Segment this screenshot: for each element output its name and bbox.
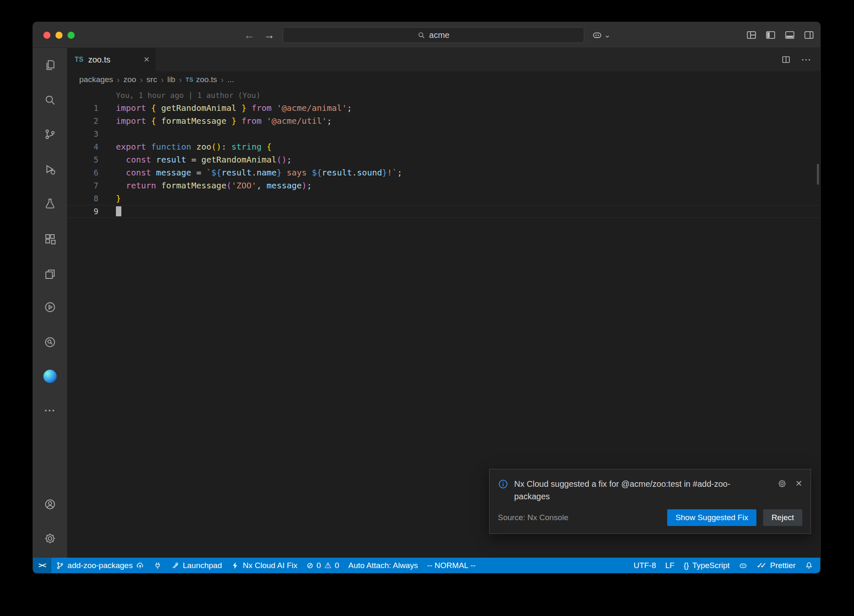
toggle-primary-sidebar-icon[interactable] [765,30,776,40]
bolt-icon [231,561,239,570]
more-actions-icon[interactable]: ⋯ [801,54,811,65]
command-center-search[interactable]: acme [283,27,584,43]
code-line[interactable]: 7 return formatMessage('ZOO', message); [67,179,820,192]
reject-button[interactable]: Reject [763,509,802,526]
language-label: TypeScript [692,561,730,570]
line-number[interactable]: 8 [67,192,98,205]
title-bar: ← → acme ⌄ [33,22,820,48]
activity-bar: ··· [33,48,67,558]
launchpad-label: Launchpad [183,561,222,570]
toggle-panel-icon[interactable] [784,30,795,40]
language-mode-indicator[interactable]: {} TypeScript [679,558,734,573]
nx-cloud-fix-button[interactable]: Nx Cloud AI Fix [226,558,302,573]
editor-cursor [116,206,121,216]
breadcrumb-item[interactable]: zoo [123,75,136,84]
explorer-icon[interactable] [43,58,58,73]
search-icon [417,31,425,39]
code-line[interactable]: 6 const message = `${result.name} says $… [67,166,820,179]
bell-icon [805,561,813,570]
breadcrumb-more[interactable]: ... [227,75,234,84]
code-line[interactable]: 8} [67,192,820,205]
code-line[interactable]: 5 const result = getRandomAnimal(); [67,153,820,166]
run-debug-icon[interactable] [43,162,58,177]
code-content [116,205,121,218]
typescript-file-icon: TS [75,56,83,63]
auto-attach-indicator[interactable]: Auto Attach: Always [344,558,422,573]
line-number[interactable]: 3 [67,128,98,140]
breadcrumb-item[interactable]: lib [167,75,175,84]
code-line[interactable]: 4export function zoo(): string { [67,140,820,153]
launchpad-button[interactable]: Launchpad [166,558,226,573]
settings-gear-icon[interactable] [43,531,58,546]
code-search-icon[interactable] [43,335,58,350]
line-number[interactable]: 7 [67,179,98,192]
layout-controls [746,22,814,48]
encoding-label: UTF-8 [633,561,656,570]
breadcrumb-item[interactable]: src [146,75,157,84]
notification-close-icon[interactable]: ✕ [795,478,802,488]
toggle-secondary-sidebar-icon[interactable] [804,30,814,40]
line-number[interactable]: 4 [67,140,98,153]
line-number[interactable]: 6 [67,166,98,179]
branch-indicator[interactable]: add-zoo-packages [51,558,149,573]
eol-label: LF [665,561,674,570]
copilot-icon [739,561,747,570]
tab-zoo-ts[interactable]: TS zoo.ts ✕ [67,48,156,71]
source-control-icon[interactable] [43,127,58,142]
remote-explorer-icon[interactable] [43,267,58,282]
editor-scrollbar[interactable] [817,164,819,185]
navigate-back-icon[interactable]: ← [244,22,255,48]
copilot-menu[interactable]: ⌄ [592,22,610,48]
customize-layout-icon[interactable] [746,30,757,40]
navigate-forward-icon[interactable]: → [264,22,275,48]
code-line[interactable]: 1import { getRandomAnimal } from '@acme/… [67,102,820,115]
search-query-text: acme [429,30,450,40]
tab-title: zoo.ts [88,55,110,65]
close-window-button[interactable] [43,32,50,39]
main-area: ··· TS zoo.ts ✕ ⋯ packages › zoo [33,48,820,558]
minimize-window-button[interactable] [55,32,63,39]
copilot-status[interactable] [734,558,752,573]
remote-indicator[interactable]: >< [33,558,51,573]
line-number[interactable]: 1 [67,102,98,115]
code-content: const message = `${result.name} says ${r… [116,166,402,179]
testing-icon[interactable] [43,196,58,211]
eol-indicator[interactable]: LF [661,558,679,573]
nx-cloud-fix-label: Nx Cloud AI Fix [243,561,297,570]
code-lines: You, 1 hour ago | 1 author (You)1import … [67,89,820,218]
split-editor-icon[interactable] [781,55,791,65]
problems-indicator[interactable]: ⊘ 0 ⚠ 0 [302,558,344,573]
tools-icon [171,561,179,570]
line-number[interactable]: 2 [67,115,98,128]
line-number[interactable]: 5 [67,153,98,166]
show-suggested-fix-button[interactable]: Show Suggested Fix [667,509,756,526]
edge-browser-icon[interactable] [43,369,58,384]
nx-console-icon[interactable] [43,300,58,315]
edge-logo [43,370,57,383]
code-line[interactable]: 3 [67,128,820,140]
formatter-indicator[interactable]: ✓✓ Prettier [752,558,800,573]
notifications-bell[interactable] [800,558,818,573]
blame-annotation[interactable]: You, 1 hour ago | 1 author (You) [67,89,820,102]
chevron-down-icon: ⌄ [604,30,610,40]
copilot-icon [592,30,603,40]
zoom-window-button[interactable] [68,32,75,39]
breadcrumb-file[interactable]: TS zoo.ts [186,75,217,84]
code-line[interactable]: 2import { formatMessage } from '@acme/ut… [67,115,820,128]
search-view-icon[interactable] [43,93,58,108]
account-icon[interactable] [43,497,58,512]
error-icon: ⊘ [306,561,313,570]
line-number[interactable]: 9 [67,205,98,218]
tab-close-icon[interactable]: ✕ [143,55,150,64]
notification-settings-gear-icon[interactable] [777,479,787,488]
encoding-indicator[interactable]: UTF-8 [629,558,661,573]
warning-icon: ⚠ [324,561,332,570]
plug-indicator[interactable] [149,558,166,573]
vim-mode-indicator[interactable]: -- NORMAL -- [422,558,480,573]
breadcrumb-item[interactable]: packages [79,75,113,84]
code-content: import { formatMessage } from '@acme/uti… [116,115,332,128]
code-line[interactable]: 9 [67,205,820,218]
extensions-icon[interactable] [43,231,58,246]
breadcrumb-separator-icon: › [140,75,143,85]
additional-views-icon[interactable]: ··· [43,403,58,418]
